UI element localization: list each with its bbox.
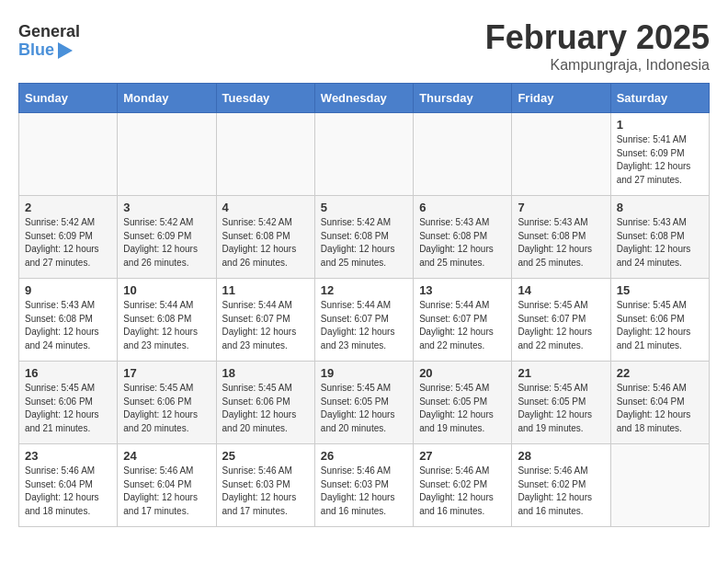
day-number: 2 bbox=[25, 201, 111, 214]
day-info: Sunrise: 5:42 AM Sunset: 6:08 PM Dayligh… bbox=[321, 216, 407, 270]
day-number: 12 bbox=[321, 283, 407, 297]
day-info: Sunrise: 5:46 AM Sunset: 6:04 PM Dayligh… bbox=[123, 465, 210, 518]
day-number: 25 bbox=[222, 449, 309, 463]
calendar-cell: 6Sunrise: 5:43 AM Sunset: 6:08 PM Daylig… bbox=[414, 196, 512, 279]
day-number: 16 bbox=[25, 366, 111, 380]
day-info: Sunrise: 5:44 AM Sunset: 6:07 PM Dayligh… bbox=[419, 299, 506, 352]
day-info: Sunrise: 5:46 AM Sunset: 6:02 PM Dayligh… bbox=[419, 465, 506, 518]
calendar-cell: 9Sunrise: 5:43 AM Sunset: 6:08 PM Daylig… bbox=[19, 279, 118, 362]
day-number: 17 bbox=[123, 366, 210, 380]
day-number: 24 bbox=[123, 449, 210, 463]
weekday-header-saturday: Saturday bbox=[610, 84, 709, 113]
weekday-header-wednesday: Wednesday bbox=[314, 84, 413, 113]
week-row-2: 2Sunrise: 5:42 AM Sunset: 6:09 PM Daylig… bbox=[19, 196, 710, 279]
day-info: Sunrise: 5:46 AM Sunset: 6:03 PM Dayligh… bbox=[222, 465, 309, 518]
calendar-cell: 3Sunrise: 5:42 AM Sunset: 6:09 PM Daylig… bbox=[118, 196, 216, 279]
weekday-header-thursday: Thursday bbox=[414, 84, 512, 113]
day-info: Sunrise: 5:45 AM Sunset: 6:07 PM Dayligh… bbox=[518, 299, 604, 352]
day-number: 20 bbox=[419, 366, 506, 380]
calendar-cell: 27Sunrise: 5:46 AM Sunset: 6:02 PM Dayli… bbox=[414, 444, 512, 527]
weekday-header-tuesday: Tuesday bbox=[216, 84, 314, 113]
calendar-cell: 8Sunrise: 5:43 AM Sunset: 6:08 PM Daylig… bbox=[610, 196, 709, 279]
day-number: 1 bbox=[617, 118, 703, 132]
day-number: 14 bbox=[518, 283, 604, 297]
day-info: Sunrise: 5:46 AM Sunset: 6:03 PM Dayligh… bbox=[321, 465, 407, 518]
month-year-title: February 2025 bbox=[485, 18, 710, 57]
day-number: 19 bbox=[321, 366, 407, 380]
day-info: Sunrise: 5:43 AM Sunset: 6:08 PM Dayligh… bbox=[518, 216, 604, 270]
day-info: Sunrise: 5:44 AM Sunset: 6:08 PM Dayligh… bbox=[123, 299, 210, 352]
weekday-header-sunday: Sunday bbox=[19, 84, 118, 113]
day-info: Sunrise: 5:45 AM Sunset: 6:06 PM Dayligh… bbox=[617, 299, 703, 352]
calendar-cell: 19Sunrise: 5:45 AM Sunset: 6:05 PM Dayli… bbox=[314, 362, 413, 444]
day-number: 6 bbox=[419, 201, 506, 214]
week-row-5: 23Sunrise: 5:46 AM Sunset: 6:04 PM Dayli… bbox=[19, 444, 710, 527]
day-number: 26 bbox=[321, 449, 407, 463]
calendar-cell: 20Sunrise: 5:45 AM Sunset: 6:05 PM Dayli… bbox=[414, 362, 512, 444]
day-number: 21 bbox=[518, 366, 604, 380]
day-info: Sunrise: 5:44 AM Sunset: 6:07 PM Dayligh… bbox=[222, 299, 309, 352]
calendar-cell: 26Sunrise: 5:46 AM Sunset: 6:03 PM Dayli… bbox=[314, 444, 413, 527]
day-number: 15 bbox=[617, 283, 703, 297]
week-row-3: 9Sunrise: 5:43 AM Sunset: 6:08 PM Daylig… bbox=[19, 279, 710, 362]
calendar-cell: 11Sunrise: 5:44 AM Sunset: 6:07 PM Dayli… bbox=[216, 279, 314, 362]
logo: General Blue bbox=[18, 18, 80, 60]
day-info: Sunrise: 5:43 AM Sunset: 6:08 PM Dayligh… bbox=[617, 216, 703, 270]
location-subtitle: Kampungraja, Indonesia bbox=[485, 57, 710, 74]
day-info: Sunrise: 5:43 AM Sunset: 6:08 PM Dayligh… bbox=[419, 216, 506, 270]
title-block: February 2025 Kampungraja, Indonesia bbox=[485, 18, 710, 74]
day-number: 27 bbox=[419, 449, 506, 463]
day-info: Sunrise: 5:41 AM Sunset: 6:09 PM Dayligh… bbox=[617, 133, 703, 187]
calendar-cell: 17Sunrise: 5:45 AM Sunset: 6:06 PM Dayli… bbox=[118, 362, 216, 444]
day-info: Sunrise: 5:43 AM Sunset: 6:08 PM Dayligh… bbox=[25, 299, 111, 352]
calendar-cell: 10Sunrise: 5:44 AM Sunset: 6:08 PM Dayli… bbox=[118, 279, 216, 362]
weekday-header-monday: Monday bbox=[118, 84, 216, 113]
day-info: Sunrise: 5:45 AM Sunset: 6:06 PM Dayligh… bbox=[123, 382, 210, 435]
calendar-cell bbox=[216, 113, 314, 196]
day-info: Sunrise: 5:45 AM Sunset: 6:06 PM Dayligh… bbox=[25, 382, 111, 435]
calendar-cell: 23Sunrise: 5:46 AM Sunset: 6:04 PM Dayli… bbox=[19, 444, 118, 527]
day-number: 23 bbox=[25, 449, 111, 463]
day-info: Sunrise: 5:42 AM Sunset: 6:08 PM Dayligh… bbox=[222, 216, 309, 270]
day-number: 8 bbox=[617, 201, 703, 214]
calendar-cell: 18Sunrise: 5:45 AM Sunset: 6:06 PM Dayli… bbox=[216, 362, 314, 444]
day-info: Sunrise: 5:44 AM Sunset: 6:07 PM Dayligh… bbox=[321, 299, 407, 352]
day-number: 22 bbox=[617, 366, 703, 380]
day-info: Sunrise: 5:45 AM Sunset: 6:05 PM Dayligh… bbox=[321, 382, 407, 435]
calendar-cell: 25Sunrise: 5:46 AM Sunset: 6:03 PM Dayli… bbox=[216, 444, 314, 527]
weekday-header-row: SundayMondayTuesdayWednesdayThursdayFrid… bbox=[19, 84, 710, 113]
day-info: Sunrise: 5:42 AM Sunset: 6:09 PM Dayligh… bbox=[123, 216, 210, 270]
logo-wrapper: General Blue bbox=[18, 23, 80, 60]
calendar-cell: 13Sunrise: 5:44 AM Sunset: 6:07 PM Dayli… bbox=[414, 279, 512, 362]
weekday-header-friday: Friday bbox=[512, 84, 610, 113]
day-number: 28 bbox=[518, 449, 604, 463]
day-number: 7 bbox=[518, 201, 604, 214]
calendar-cell: 5Sunrise: 5:42 AM Sunset: 6:08 PM Daylig… bbox=[314, 196, 413, 279]
calendar-cell: 16Sunrise: 5:45 AM Sunset: 6:06 PM Dayli… bbox=[19, 362, 118, 444]
day-info: Sunrise: 5:45 AM Sunset: 6:05 PM Dayligh… bbox=[419, 382, 506, 435]
week-row-4: 16Sunrise: 5:45 AM Sunset: 6:06 PM Dayli… bbox=[19, 362, 710, 444]
day-number: 5 bbox=[321, 201, 407, 214]
calendar-cell: 15Sunrise: 5:45 AM Sunset: 6:06 PM Dayli… bbox=[610, 279, 709, 362]
day-info: Sunrise: 5:45 AM Sunset: 6:06 PM Dayligh… bbox=[222, 382, 309, 435]
day-number: 11 bbox=[222, 283, 309, 297]
calendar-cell: 14Sunrise: 5:45 AM Sunset: 6:07 PM Dayli… bbox=[512, 279, 610, 362]
calendar-cell: 21Sunrise: 5:45 AM Sunset: 6:05 PM Dayli… bbox=[512, 362, 610, 444]
day-number: 18 bbox=[222, 366, 309, 380]
day-number: 13 bbox=[419, 283, 506, 297]
logo-triangle-icon bbox=[58, 42, 73, 59]
calendar-cell: 7Sunrise: 5:43 AM Sunset: 6:08 PM Daylig… bbox=[512, 196, 610, 279]
calendar-cell: 1Sunrise: 5:41 AM Sunset: 6:09 PM Daylig… bbox=[610, 113, 709, 196]
calendar-cell bbox=[118, 113, 216, 196]
day-number: 4 bbox=[222, 201, 309, 214]
calendar-table: SundayMondayTuesdayWednesdayThursdayFrid… bbox=[18, 83, 710, 527]
calendar-cell: 24Sunrise: 5:46 AM Sunset: 6:04 PM Dayli… bbox=[118, 444, 216, 527]
calendar-cell: 2Sunrise: 5:42 AM Sunset: 6:09 PM Daylig… bbox=[19, 196, 118, 279]
calendar-cell: 22Sunrise: 5:46 AM Sunset: 6:04 PM Dayli… bbox=[610, 362, 709, 444]
calendar-cell: 4Sunrise: 5:42 AM Sunset: 6:08 PM Daylig… bbox=[216, 196, 314, 279]
calendar-cell bbox=[19, 113, 118, 196]
day-number: 10 bbox=[123, 283, 210, 297]
calendar-cell bbox=[512, 113, 610, 196]
calendar-cell: 28Sunrise: 5:46 AM Sunset: 6:02 PM Dayli… bbox=[512, 444, 610, 527]
day-info: Sunrise: 5:46 AM Sunset: 6:04 PM Dayligh… bbox=[617, 382, 703, 435]
